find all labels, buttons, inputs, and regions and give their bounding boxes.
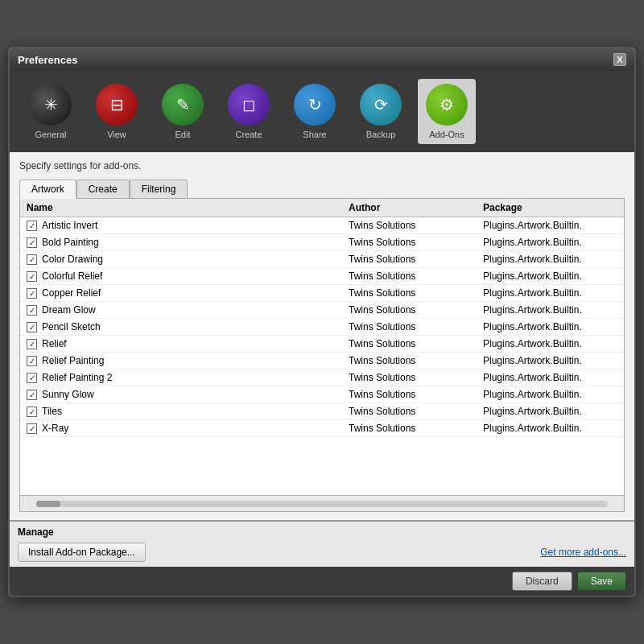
row-checkbox[interactable]: ✓ bbox=[27, 271, 37, 282]
plugin-name: Dream Glow bbox=[42, 304, 96, 316]
row-checkbox[interactable]: ✓ bbox=[27, 373, 37, 383]
cell-author: Twins Solutions bbox=[349, 237, 483, 248]
cell-author: Twins Solutions bbox=[349, 423, 483, 434]
cell-author: Twins Solutions bbox=[349, 270, 483, 282]
cell-name: ✓ Relief bbox=[27, 338, 349, 349]
table-row[interactable]: ✓ Bold Painting Twins Solutions Plugins.… bbox=[20, 234, 624, 251]
cell-name: ✓ Relief Painting bbox=[27, 355, 349, 366]
row-checkbox[interactable]: ✓ bbox=[27, 237, 37, 248]
cell-author: Twins Solutions bbox=[349, 355, 483, 366]
cell-author: Twins Solutions bbox=[349, 338, 483, 349]
install-button[interactable]: Install Add-on Package... bbox=[18, 543, 146, 562]
cell-author: Twins Solutions bbox=[349, 372, 483, 383]
row-checkbox[interactable]: ✓ bbox=[27, 305, 37, 316]
more-addons-link[interactable]: Get more add-ons... bbox=[540, 547, 626, 558]
title-bar: Preferences X bbox=[10, 48, 634, 71]
plugin-name: Relief bbox=[42, 338, 67, 349]
plugin-name: Relief Painting bbox=[42, 355, 104, 366]
cell-package: Plugins.Artwork.Builtin. bbox=[483, 355, 617, 366]
plugin-name: Artistic Invert bbox=[42, 220, 97, 231]
toolbar-label-create: Create bbox=[235, 130, 262, 139]
cell-name: ✓ Tiles bbox=[27, 406, 349, 417]
table-row[interactable]: ✓ Relief Twins Solutions Plugins.Artwork… bbox=[20, 336, 624, 353]
row-checkbox[interactable]: ✓ bbox=[27, 423, 37, 434]
discard-button[interactable]: Discard bbox=[512, 572, 572, 591]
plugin-name: Tiles bbox=[42, 406, 62, 417]
cell-package: Plugins.Artwork.Builtin. bbox=[483, 304, 617, 316]
cell-package: Plugins.Artwork.Builtin. bbox=[483, 237, 617, 248]
window-title: Preferences bbox=[18, 54, 77, 66]
table-row[interactable]: ✓ Dream Glow Twins Solutions Plugins.Art… bbox=[20, 302, 624, 319]
create-icon: ◻ bbox=[228, 84, 270, 126]
cell-name: ✓ Sunny Glow bbox=[27, 389, 349, 400]
cell-package: Plugins.Artwork.Builtin. bbox=[483, 406, 617, 417]
toolbar-item-create[interactable]: ◻ Create bbox=[220, 79, 278, 144]
table-row[interactable]: ✓ Tiles Twins Solutions Plugins.Artwork.… bbox=[20, 403, 624, 420]
table-row[interactable]: ✓ Artistic Invert Twins Solutions Plugin… bbox=[20, 217, 624, 234]
horizontal-scrollbar[interactable] bbox=[19, 496, 625, 512]
toolbar-label-backup: Backup bbox=[366, 130, 396, 139]
plugin-name: X-Ray bbox=[42, 423, 68, 434]
row-checkbox[interactable]: ✓ bbox=[27, 288, 37, 299]
toolbar-item-general[interactable]: ✳ General bbox=[22, 79, 80, 144]
table-row[interactable]: ✓ Relief Painting Twins Solutions Plugin… bbox=[20, 353, 624, 369]
plugin-name: Bold Painting bbox=[42, 237, 99, 248]
bottom-bar: Discard Save bbox=[10, 567, 634, 596]
toolbar-item-addons[interactable]: ⚙ Add-Ons bbox=[418, 79, 476, 144]
cell-name: ✓ Bold Painting bbox=[27, 237, 349, 248]
row-checkbox[interactable]: ✓ bbox=[27, 390, 37, 400]
table-row[interactable]: ✓ X-Ray Twins Solutions Plugins.Artwork.… bbox=[20, 420, 624, 437]
cell-package: Plugins.Artwork.Builtin. bbox=[483, 254, 617, 265]
addons-icon: ⚙ bbox=[426, 84, 468, 126]
table-row[interactable]: ✓ Sunny Glow Twins Solutions Plugins.Art… bbox=[20, 386, 624, 403]
save-button[interactable]: Save bbox=[577, 572, 626, 591]
scrollbar-thumb[interactable] bbox=[36, 501, 60, 507]
row-checkbox[interactable]: ✓ bbox=[27, 221, 37, 231]
cell-name: ✓ Copper Relief bbox=[27, 287, 349, 299]
row-checkbox[interactable]: ✓ bbox=[27, 339, 37, 349]
cell-package: Plugins.Artwork.Builtin. bbox=[483, 287, 617, 299]
plugin-name: Pencil Sketch bbox=[42, 321, 101, 332]
cell-package: Plugins.Artwork.Builtin. bbox=[483, 372, 617, 383]
table-row[interactable]: ✓ Copper Relief Twins Solutions Plugins.… bbox=[20, 285, 624, 302]
col-author: Author bbox=[349, 202, 483, 213]
plugin-name: Color Drawing bbox=[42, 254, 103, 265]
share-icon: ↻ bbox=[294, 84, 336, 126]
plugins-table[interactable]: Name Author Package ✓ Artistic Invert Tw… bbox=[19, 198, 625, 496]
cell-author: Twins Solutions bbox=[349, 254, 483, 265]
close-button[interactable]: X bbox=[613, 53, 626, 66]
row-checkbox[interactable]: ✓ bbox=[27, 356, 37, 366]
table-row[interactable]: ✓ Colorful Relief Twins Solutions Plugin… bbox=[20, 268, 624, 285]
cell-name: ✓ Colorful Relief bbox=[27, 270, 349, 282]
tab-artwork[interactable]: Artwork bbox=[19, 180, 76, 199]
table-row[interactable]: ✓ Pencil Sketch Twins Solutions Plugins.… bbox=[20, 319, 624, 336]
manage-title: Manage bbox=[18, 526, 626, 538]
toolbar-label-view: View bbox=[107, 130, 126, 139]
row-checkbox[interactable]: ✓ bbox=[27, 322, 37, 332]
manage-row: Install Add-on Package... Get more add-o… bbox=[18, 543, 626, 562]
table-row[interactable]: ✓ Color Drawing Twins Solutions Plugins.… bbox=[20, 251, 624, 268]
toolbar-item-share[interactable]: ↻ Share bbox=[286, 79, 344, 144]
toolbar-item-edit[interactable]: ✎ Edit bbox=[154, 79, 212, 144]
preferences-window: Preferences X ✳ General ⊟ View ✎ Edit ◻ … bbox=[8, 47, 636, 597]
general-icon: ✳ bbox=[30, 84, 72, 126]
view-icon: ⊟ bbox=[96, 84, 138, 126]
row-checkbox[interactable]: ✓ bbox=[27, 407, 37, 417]
table-row[interactable]: ✓ Relief Painting 2 Twins Solutions Plug… bbox=[20, 369, 624, 386]
plugin-name: Colorful Relief bbox=[42, 270, 102, 282]
toolbar-item-view[interactable]: ⊟ View bbox=[88, 79, 146, 144]
toolbar-item-backup[interactable]: ⟳ Backup bbox=[352, 79, 410, 144]
toolbar-label-edit: Edit bbox=[175, 130, 191, 139]
cell-author: Twins Solutions bbox=[349, 406, 483, 417]
content-area: Specify settings for add-ons. ArtworkCre… bbox=[10, 152, 634, 520]
plugin-name: Copper Relief bbox=[42, 287, 101, 299]
toolbar-label-addons: Add-Ons bbox=[429, 130, 464, 139]
cell-package: Plugins.Artwork.Builtin. bbox=[483, 423, 617, 434]
tab-filtering[interactable]: Filtering bbox=[130, 180, 188, 198]
cell-name: ✓ X-Ray bbox=[27, 423, 349, 434]
toolbar-label-general: General bbox=[35, 130, 66, 139]
row-checkbox[interactable]: ✓ bbox=[27, 254, 37, 265]
tab-create[interactable]: Create bbox=[76, 180, 130, 198]
cell-name: ✓ Artistic Invert bbox=[27, 220, 349, 231]
cell-author: Twins Solutions bbox=[349, 220, 483, 231]
